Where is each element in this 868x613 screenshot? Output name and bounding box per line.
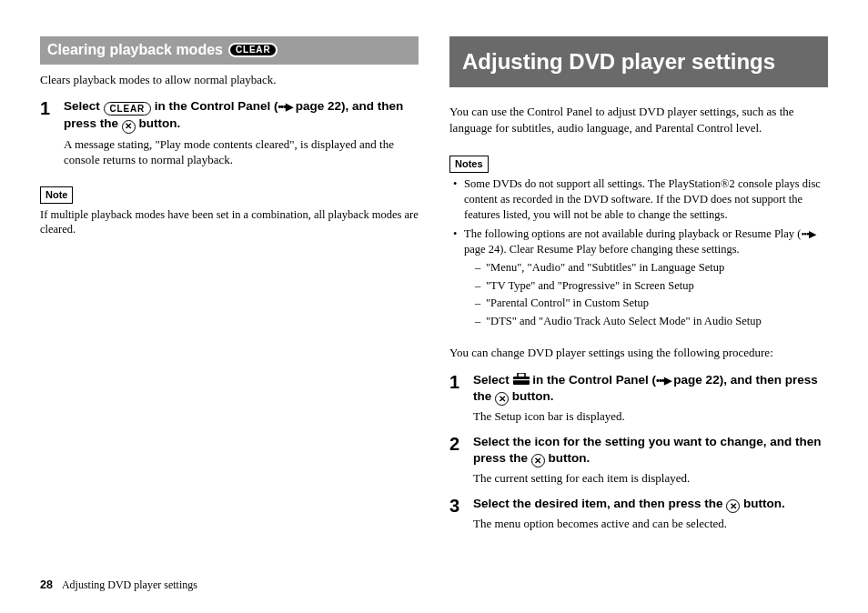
list-item: "DTS" and "Audio Track Auto Select Mode"… — [475, 314, 828, 329]
notes-label: Notes — [449, 156, 489, 173]
xref-icon: •••▶ — [278, 100, 293, 114]
list-item: Some DVDs do not support all settings. T… — [453, 176, 828, 223]
step-number: 3 — [449, 496, 473, 532]
clearing-modes-heading: Clearing playback modes CLEAR — [40, 36, 419, 65]
step-desc: The current setting for each item is dis… — [473, 470, 828, 487]
list-item: "TV Type" and "Progressive" in Screen Se… — [475, 278, 828, 294]
step-desc: The menu option becomes active and can b… — [473, 516, 828, 532]
step-title: Select in the Control Panel (•••▶ page 2… — [473, 372, 828, 406]
step-desc: A message stating, "Play mode contents c… — [64, 136, 419, 168]
page-footer: 28Adjusting DVD player settings — [40, 578, 197, 593]
step-title: Select the icon for the setting you want… — [473, 434, 828, 467]
right-step-3: 3 Select the desired item, and then pres… — [449, 496, 828, 532]
step-number: 1 — [449, 372, 473, 425]
heading-text: Clearing playback modes — [47, 40, 223, 60]
intro-text: Clears playback modes to allow normal pl… — [40, 72, 419, 88]
x-button-icon: ✕ — [726, 499, 740, 513]
procedure-intro: You can change DVD player settings using… — [449, 345, 828, 361]
xref-icon: •••▶ — [656, 374, 671, 387]
note-label: Note — [40, 186, 73, 204]
sub-list: "Menu", "Audio" and "Subtitles" in Langu… — [464, 260, 828, 330]
intro-text: You can use the Control Panel to adjust … — [449, 104, 828, 136]
clear-badge-icon: CLEAR — [104, 102, 151, 116]
left-step-1: 1 Select CLEAR in the Control Panel (•••… — [40, 98, 419, 168]
list-item: The following options are not available … — [453, 226, 828, 332]
step-desc: The Setup icon bar is displayed. — [473, 408, 828, 425]
svg-rect-2 — [513, 379, 530, 380]
step-title: Select CLEAR in the Control Panel (•••▶ … — [64, 98, 419, 134]
xref-icon: •••▶ — [801, 227, 815, 241]
step-title: Select the desired item, and then press … — [473, 496, 828, 513]
right-column: Adjusting DVD player settings You can us… — [449, 36, 828, 541]
left-column: Clearing playback modes CLEAR Clears pla… — [40, 36, 419, 541]
footer-title: Adjusting DVD player settings — [62, 578, 197, 591]
note-text: If multiple playback modes have been set… — [40, 207, 419, 238]
clear-badge-icon: CLEAR — [228, 43, 278, 57]
step-number: 2 — [449, 434, 473, 487]
right-step-2: 2 Select the icon for the setting you wa… — [449, 434, 828, 487]
x-button-icon: ✕ — [531, 454, 545, 467]
toolbox-icon — [513, 373, 530, 385]
step-number: 1 — [40, 98, 64, 168]
list-item: "Menu", "Audio" and "Subtitles" in Langu… — [475, 260, 828, 276]
page-number: 28 — [40, 578, 53, 591]
svg-rect-1 — [518, 373, 525, 377]
adjusting-settings-heading: Adjusting DVD player settings — [449, 36, 828, 87]
right-step-1: 1 Select in the Control Panel (•••▶ page… — [449, 372, 828, 425]
list-item: "Parental Control" in Custom Setup — [475, 296, 828, 311]
x-button-icon: ✕ — [495, 392, 509, 406]
notes-list: Some DVDs do not support all settings. T… — [449, 176, 828, 332]
x-button-icon: ✕ — [122, 120, 136, 134]
